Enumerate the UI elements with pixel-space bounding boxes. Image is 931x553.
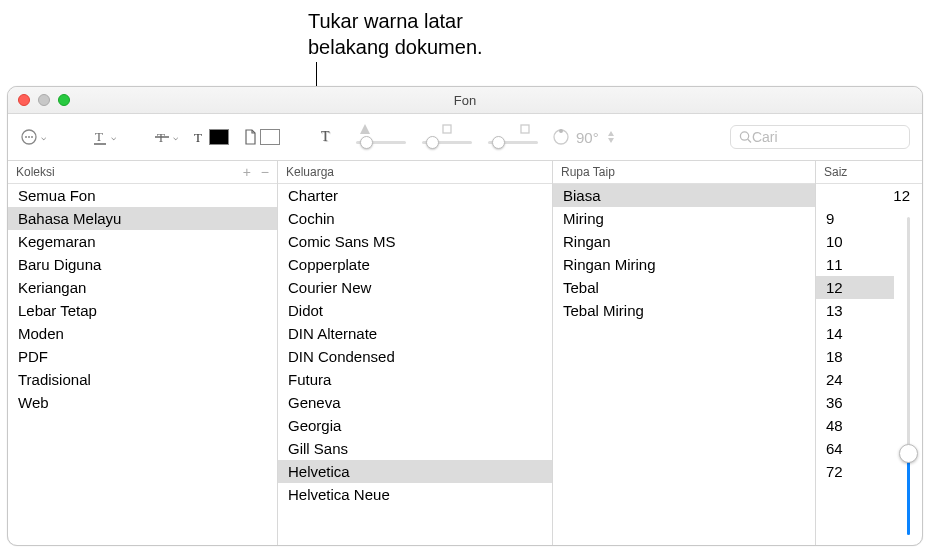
underline-menu-button[interactable]: T ⌵ (92, 128, 116, 146)
list-item[interactable]: Tebal Miring (553, 299, 815, 322)
shadow-sliders (356, 124, 538, 150)
text-shadow-button[interactable]: TT (318, 128, 336, 146)
list-item[interactable]: Georgia (278, 414, 552, 437)
list-item[interactable]: Didot (278, 299, 552, 322)
close-button[interactable] (18, 94, 30, 106)
shadow-blur-slider[interactable] (422, 124, 472, 150)
traffic-lights (18, 94, 70, 106)
typeface-header-label: Rupa Taip (561, 165, 615, 179)
list-item[interactable]: Courier New (278, 276, 552, 299)
list-item[interactable]: Charter (278, 184, 552, 207)
list-item[interactable]: 72 (816, 460, 894, 483)
chevron-down-icon: ⌵ (41, 132, 46, 142)
document-color-button[interactable] (243, 128, 280, 146)
search-icon (739, 130, 752, 144)
list-item[interactable]: 11 (816, 253, 894, 276)
svg-rect-12 (443, 125, 451, 133)
minimize-button[interactable] (38, 94, 50, 106)
add-collection-button[interactable]: + (243, 164, 251, 180)
list-item[interactable]: Gill Sans (278, 437, 552, 460)
list-item[interactable]: Web (8, 391, 277, 414)
svg-point-15 (559, 129, 563, 133)
list-item[interactable]: Futura (278, 368, 552, 391)
list-item[interactable]: Ringan Miring (553, 253, 815, 276)
size-slider[interactable] (894, 207, 922, 545)
svg-marker-11 (360, 124, 370, 134)
list-item[interactable]: 18 (816, 345, 894, 368)
typeface-header: Rupa Taip (553, 161, 815, 184)
collection-column: Koleksi + − Semua FonBahasa MelayuKegema… (8, 161, 278, 545)
list-item[interactable]: 10 (816, 230, 894, 253)
list-item[interactable]: PDF (8, 345, 277, 368)
family-list[interactable]: CharterCochinComic Sans MSCopperplateCou… (278, 184, 552, 545)
svg-text:T: T (194, 130, 202, 145)
shadow-angle-label: 90° (576, 129, 599, 146)
font-panel-window: Fon ⌵ T ⌵ T ⌵ T TT (7, 86, 923, 546)
chevron-down-icon: ⌵ (173, 132, 178, 142)
text-color-swatch (209, 129, 229, 145)
shadow-angle-control[interactable]: 90° (552, 128, 617, 146)
collection-header-label: Koleksi (16, 165, 55, 179)
list-item[interactable]: Miring (553, 207, 815, 230)
collection-header: Koleksi + − (8, 161, 277, 184)
list-item[interactable]: Moden (8, 322, 277, 345)
svg-point-1 (25, 136, 27, 138)
list-item[interactable]: Keriangan (8, 276, 277, 299)
list-item[interactable]: 36 (816, 391, 894, 414)
window-title: Fon (454, 93, 476, 108)
list-item[interactable]: 48 (816, 414, 894, 437)
typeface-column: Rupa Taip BiasaMiringRinganRingan Miring… (553, 161, 816, 545)
family-column: Keluarga CharterCochinComic Sans MSCoppe… (278, 161, 553, 545)
remove-collection-button[interactable]: − (261, 164, 269, 180)
size-input[interactable] (844, 187, 916, 204)
list-item[interactable]: Helvetica Neue (278, 483, 552, 506)
list-item[interactable]: 12 (816, 276, 894, 299)
shadow-offset-slider[interactable] (488, 124, 538, 150)
search-field[interactable] (730, 125, 910, 149)
collection-list[interactable]: Semua FonBahasa MelayuKegemaranBaru Digu… (8, 184, 277, 545)
shadow-opacity-slider[interactable] (356, 124, 406, 150)
svg-text:T: T (321, 129, 330, 144)
list-item[interactable]: Tebal (553, 276, 815, 299)
size-header: Saiz (816, 161, 922, 184)
list-item[interactable]: 24 (816, 368, 894, 391)
list-item[interactable]: 9 (816, 207, 894, 230)
search-input[interactable] (752, 129, 901, 145)
typeface-list[interactable]: BiasaMiringRinganRingan MiringTebalTebal… (553, 184, 815, 545)
list-item[interactable]: Biasa (553, 184, 815, 207)
list-item[interactable]: Helvetica (278, 460, 552, 483)
list-item[interactable]: Geneva (278, 391, 552, 414)
list-item[interactable]: 64 (816, 437, 894, 460)
chevron-down-icon: ⌵ (111, 132, 116, 142)
list-item[interactable]: DIN Alternate (278, 322, 552, 345)
list-item[interactable]: Kegemaran (8, 230, 277, 253)
list-item[interactable]: 13 (816, 299, 894, 322)
list-item[interactable]: DIN Condensed (278, 345, 552, 368)
family-header: Keluarga (278, 161, 552, 184)
list-item[interactable]: Baru Diguna (8, 253, 277, 276)
size-list[interactable]: 91011121314182436486472 (816, 207, 894, 545)
text-color-button[interactable]: T (192, 128, 229, 146)
list-item[interactable]: Bahasa Melayu (8, 207, 277, 230)
callout-text: Tukar warna latar belakang dokumen. (308, 8, 483, 60)
actions-menu-button[interactable]: ⌵ (20, 128, 46, 146)
list-item[interactable]: Semua Fon (8, 184, 277, 207)
list-item[interactable]: 14 (816, 322, 894, 345)
list-item[interactable]: Tradisional (8, 368, 277, 391)
document-color-swatch (260, 129, 280, 145)
svg-point-3 (31, 136, 33, 138)
strikethrough-menu-button[interactable]: T ⌵ (154, 128, 178, 146)
svg-point-2 (28, 136, 30, 138)
svg-line-19 (748, 139, 751, 142)
zoom-button[interactable] (58, 94, 70, 106)
list-item[interactable]: Cochin (278, 207, 552, 230)
titlebar: Fon (8, 87, 922, 114)
svg-marker-17 (608, 138, 614, 143)
size-column: Saiz 91011121314182436486472 (816, 161, 922, 545)
columns-area: Koleksi + − Semua FonBahasa MelayuKegema… (8, 161, 922, 545)
list-item[interactable]: Copperplate (278, 253, 552, 276)
list-item[interactable]: Ringan (553, 230, 815, 253)
list-item[interactable]: Lebar Tetap (8, 299, 277, 322)
list-item[interactable]: Comic Sans MS (278, 230, 552, 253)
family-header-label: Keluarga (286, 165, 334, 179)
